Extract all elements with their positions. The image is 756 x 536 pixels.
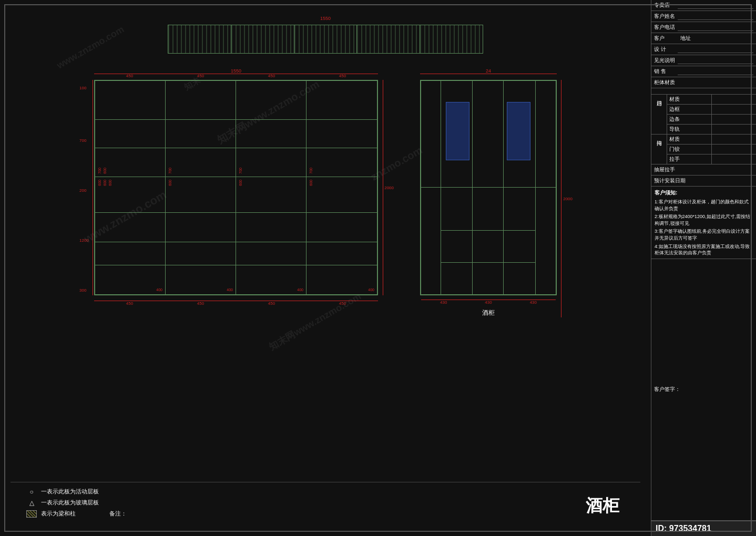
- cell-r2c3: 600 400: [236, 177, 307, 294]
- cell-r2c1-dim1: 600: [98, 180, 101, 186]
- cell-r2c1-dim2: 600: [103, 180, 107, 186]
- right-panel: 专卖店 客户姓名 客户电话 客户 地址 设 计 见光说明 销 售 柜体材质: [651, 0, 756, 536]
- shelf-r1c2-2: [166, 148, 236, 148]
- tangmen-row2: 边框: [667, 105, 756, 115]
- panel-kehudizhi: 客户 地址: [651, 33, 756, 44]
- row-dim-700: 700: [79, 96, 93, 185]
- side-bot-dim-2: 430: [466, 300, 510, 305]
- tangmen-row4: 导轨: [667, 125, 756, 134]
- cell-r1c1: 700 600: [95, 81, 166, 177]
- legend-item-2: △ 一表示此板为玻璃层板: [26, 499, 99, 507]
- legend-item-3: 表示为梁和柱: [26, 510, 99, 518]
- top-dec-col-3: [294, 25, 357, 53]
- main-label-text: 酒柜: [586, 494, 619, 518]
- side-vline1: [472, 81, 473, 187]
- tangmen-fields: 材质 边框 边条 导轨: [667, 95, 756, 134]
- shelf-r2c2-1: [166, 212, 236, 213]
- panel-guiti-value: [651, 88, 756, 95]
- legend-symbol-circle: ○: [26, 488, 37, 496]
- side-vline4: [503, 188, 504, 294]
- bot-dim-3: 450: [236, 301, 307, 306]
- legend-items: ○ 一表示此板为活动层板 △ 一表示此板为玻璃层板 表示为梁和柱: [26, 488, 99, 518]
- main-label: 酒柜: [370, 494, 630, 518]
- cell-r2c3-bot: 400: [297, 288, 303, 292]
- shelf-r2c2-2: [166, 242, 236, 242]
- value-xiaoshou: [678, 68, 753, 75]
- notice-item-1: 1:客户对柜体设计及柜体，趟门的颜色和款式确认并负责: [655, 199, 753, 212]
- side-top-dim: 24: [420, 68, 557, 74]
- side-bot-dim-1: 430: [421, 300, 466, 305]
- shelf-r2c1-3: [95, 265, 165, 265]
- side-view-label: 酒柜: [420, 308, 557, 317]
- remarks-label: 备注：: [109, 510, 127, 517]
- shelf-r2c4-2: [307, 242, 377, 242]
- value-kehutel: [678, 24, 753, 31]
- side-r2c1: [421, 188, 441, 294]
- label-kehu-sign: 客户签字：: [654, 386, 680, 393]
- tangmen-daogui-value: [712, 125, 757, 134]
- yanmen-caizhi-value: [712, 135, 757, 144]
- side-r1c3: [536, 81, 556, 188]
- yanmen-lashou-label: 拉手: [667, 154, 712, 164]
- value-kexingming: [678, 13, 753, 20]
- side-grid: [421, 81, 556, 294]
- shelf-r2c3-1: [236, 212, 306, 213]
- top-decorative: [168, 25, 483, 54]
- panel-kehu-sign: 客户签字：: [651, 259, 756, 521]
- label-installdate: 预计安装日期: [654, 177, 686, 184]
- row-dims-right: 2000: [383, 80, 394, 295]
- cell-r2c3-dim1: 600: [239, 180, 242, 186]
- shelf-r2c4-1: [307, 212, 377, 213]
- label-guiti: 柜体材质: [654, 79, 675, 85]
- top-dim-label: 1550: [320, 16, 331, 21]
- legend-symbol-hatch: [26, 510, 37, 518]
- yanmen-row1: 材质: [667, 135, 756, 145]
- tangmen-biankuang-label: 边框: [667, 105, 712, 114]
- top-dec-col-4: [357, 25, 420, 53]
- col-dims-row: 450 450 450 450: [94, 74, 378, 78]
- shelf-r2c4-3: [307, 265, 377, 265]
- label-xiaoshou: 销 售: [654, 68, 678, 75]
- row-dim-1200: 1200: [79, 195, 93, 285]
- panel-tangmen: 趟门 材质 边框 边条 导轨: [651, 95, 756, 135]
- cell-r2c4-bot: 400: [368, 288, 374, 292]
- bottom-col-dims: 450 450 450 450: [94, 301, 378, 306]
- tangmen-biantiao-value: [712, 115, 757, 124]
- top-dec-col-2: [231, 25, 294, 53]
- side-r2c2: [441, 188, 535, 294]
- shelf-r1c4-1: [307, 119, 377, 120]
- value-zhuanmaidan: [678, 2, 753, 9]
- shelf-r2c3-2: [236, 242, 306, 242]
- label-sheji: 设 计: [654, 46, 678, 53]
- shelf-r1c3-2: [236, 148, 306, 148]
- legend-symbol-triangle: △: [26, 499, 37, 507]
- cell-r1c2-dim: 700: [168, 84, 172, 174]
- blue-panel-right: [507, 102, 530, 160]
- cabinet-grid: 700 600 700 700: [95, 81, 377, 294]
- notice-item-2: 2:板材规格为2400*1200,如超过此尺寸,需按结构调节,驳接可见: [655, 213, 753, 226]
- legend-label-2: 一表示此板为玻璃层板: [41, 499, 99, 507]
- cell-r2c2-dim1: 600: [168, 180, 172, 186]
- yanmen-menjiao-value: [712, 145, 757, 154]
- panel-choutilashou: 抽屉拉手: [651, 164, 756, 176]
- cell-r1c3: 700: [236, 81, 307, 177]
- cell-r2c4-dim1: 600: [309, 180, 313, 186]
- yanmen-row3: 拉手: [667, 154, 756, 164]
- side-right-dim: 2000: [561, 80, 573, 317]
- drawing-area: 1550 1550 45: [0, 0, 651, 536]
- yanmen-caizhi-label: 材质: [667, 135, 712, 144]
- cabinet-front: 700 600 700 700: [94, 80, 378, 295]
- notice-item-4: 4:如施工现场没有按照原方案施工或改动,导致柜体无法安装的由客户负责: [655, 243, 753, 256]
- side-shelf2: [441, 262, 535, 263]
- label-yanmen: 掩门: [651, 135, 667, 164]
- side-bot-dim-3: 430: [511, 300, 556, 305]
- remarks-area: 备注：: [109, 510, 359, 518]
- tangmen-biantiao-label: 边条: [667, 115, 712, 124]
- cell-r1c4-dim: 700: [309, 84, 313, 174]
- yanmen-fields: 材质 门铰 拉手: [667, 135, 756, 164]
- top-header-section: 1550: [168, 16, 483, 54]
- shelf-r2c1-1: [95, 212, 165, 213]
- right-dim-2000: 2000: [383, 80, 394, 295]
- label-jianguang: 见光说明: [654, 57, 678, 64]
- panel-kehuxingming: 客户姓名: [651, 11, 756, 22]
